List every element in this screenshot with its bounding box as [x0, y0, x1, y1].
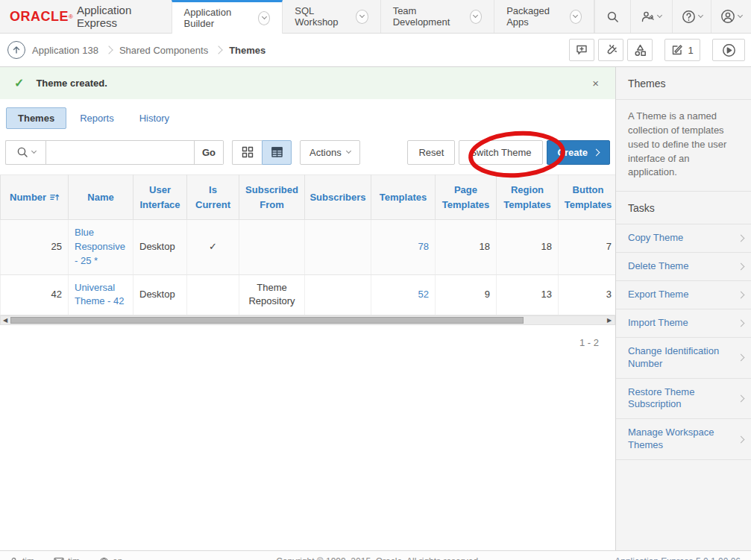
chevron-right-icon — [738, 235, 745, 242]
cell-page-templates: 9 — [436, 274, 497, 315]
breadcrumb-separator — [104, 45, 113, 54]
account-menu-button[interactable] — [711, 0, 751, 33]
theme-link[interactable]: Blue Responsive - 25 * — [75, 227, 125, 266]
chevron-down-icon[interactable] — [470, 10, 482, 24]
flashlight-icon — [605, 44, 618, 57]
actions-menu-button[interactable]: Actions — [300, 140, 360, 165]
chevron-down-icon[interactable] — [356, 10, 368, 24]
arrow-up-icon — [12, 45, 21, 54]
tab-history[interactable]: History — [128, 107, 181, 129]
cell-name: Blue Responsive - 25 * — [69, 220, 133, 275]
edit-page-button[interactable]: 1 — [664, 39, 700, 61]
cell-region-templates: 18 — [497, 220, 559, 275]
theme-link[interactable]: Universal Theme - 42 — [75, 282, 124, 307]
success-message: ✓ Theme created. × — [0, 67, 615, 99]
administration-menu-button[interactable] — [630, 0, 672, 33]
close-icon[interactable]: × — [586, 74, 605, 92]
search-column-selector[interactable] — [5, 140, 45, 165]
chevron-down-icon — [657, 13, 662, 18]
table-header-row: Number Name User Interface Is Current Su… — [1, 175, 618, 220]
cell-user-interface: Desktop — [133, 220, 187, 275]
chevron-right-icon — [738, 319, 745, 327]
registered-mark: ® — [69, 13, 73, 20]
edit-icon — [671, 44, 683, 56]
breadcrumb-separator — [214, 45, 222, 54]
icon-view-button[interactable] — [232, 140, 262, 165]
footer-language: en — [99, 556, 122, 560]
tab-reports[interactable]: Reports — [68, 107, 126, 129]
cell-subscribed-from — [239, 220, 305, 275]
create-button[interactable]: Create — [547, 140, 610, 165]
themes-report-table: Number Name User Interface Is Current Su… — [0, 174, 618, 315]
column-header-number[interactable]: Number — [1, 175, 69, 220]
shapes-icon — [634, 44, 647, 57]
scroll-right-arrow[interactable]: ▶ — [605, 316, 614, 324]
search-button[interactable] — [594, 0, 630, 33]
task-import-theme[interactable]: Import Theme — [616, 309, 751, 338]
column-header-subscribed-from[interactable]: Subscribed From — [239, 175, 305, 220]
task-manage-workspace-themes[interactable]: Manage Workspace Themes — [616, 419, 751, 460]
table-row: 42 Universal Theme - 42 Desktop Theme Re… — [1, 274, 618, 315]
search-input[interactable] — [45, 140, 195, 165]
scroll-left-arrow[interactable]: ◀ — [1, 316, 10, 324]
cell-number: 42 — [1, 274, 69, 315]
footer-workspace: tim — [54, 556, 80, 560]
chevron-down-icon[interactable] — [258, 11, 270, 25]
tab-application-builder[interactable]: Application Builder — [172, 0, 283, 34]
help-menu-button[interactable] — [672, 0, 711, 33]
chevron-down-icon — [346, 148, 351, 154]
task-copy-theme[interactable]: Copy Theme — [616, 224, 751, 253]
breadcrumb-bar: Application 138 Shared Components Themes… — [0, 34, 751, 67]
edit-page-number: 1 — [688, 45, 693, 56]
chevron-down-icon — [738, 13, 743, 18]
column-header-page-templates[interactable]: Page Templates — [436, 175, 497, 220]
footer-user: tim — [9, 556, 34, 560]
shortcuts-button[interactable] — [627, 39, 653, 61]
task-export-theme[interactable]: Export Theme — [616, 281, 751, 309]
column-header-name[interactable]: Name — [69, 175, 133, 220]
tab-packaged-apps[interactable]: Packaged Apps — [494, 0, 594, 33]
oracle-brand: ORACLE — [10, 9, 69, 25]
task-restore-theme-subscription[interactable]: Restore Theme Subscription — [616, 379, 751, 420]
feedback-button[interactable] — [569, 39, 594, 61]
breadcrumb-application[interactable]: Application 138 — [32, 45, 98, 56]
spotlight-search-button[interactable] — [598, 39, 623, 61]
task-change-identification-number[interactable]: Change Identification Number — [616, 338, 751, 379]
breadcrumb-shared-components[interactable]: Shared Components — [119, 45, 208, 56]
search-icon — [16, 146, 28, 158]
cell-templates: 78 — [371, 220, 436, 275]
chevron-right-icon — [738, 395, 745, 403]
report-view-button[interactable] — [262, 140, 292, 165]
tab-themes[interactable]: Themes — [6, 107, 66, 129]
column-header-region-templates[interactable]: Region Templates — [497, 175, 559, 220]
tab-sql-workshop[interactable]: SQL Workshop — [283, 0, 380, 33]
templates-link[interactable]: 78 — [418, 241, 429, 252]
task-delete-theme[interactable]: Delete Theme — [616, 253, 751, 281]
scrollbar-thumb[interactable] — [10, 317, 524, 324]
go-button[interactable]: Go — [195, 140, 224, 165]
column-header-templates[interactable]: Templates — [371, 175, 436, 220]
cell-button-templates: 7 — [559, 220, 618, 275]
cell-is-current — [187, 274, 239, 315]
product-name: Application Express — [77, 4, 152, 29]
column-header-subscribers[interactable]: Subscribers — [305, 175, 371, 220]
main-content: ✓ Theme created. × Themes Reports Histor… — [0, 67, 615, 550]
column-header-button-templates[interactable]: Button Templates — [559, 175, 618, 220]
run-application-button[interactable] — [712, 39, 745, 61]
column-header-user-interface[interactable]: User Interface — [133, 175, 187, 220]
horizontal-scrollbar[interactable]: ◀ ▶ — [0, 315, 615, 325]
column-header-is-current[interactable]: Is Current — [187, 175, 239, 220]
reset-button[interactable]: Reset — [407, 140, 455, 165]
tab-team-development[interactable]: Team Development — [381, 0, 494, 33]
table-row: 25 Blue Responsive - 25 * Desktop ✓ 78 1… — [1, 220, 618, 275]
grid-view-icon — [242, 146, 254, 158]
cell-subscribers — [305, 274, 371, 315]
play-icon — [722, 43, 736, 57]
footer-version: Application Express 5.0.1.00.06 — [615, 556, 741, 560]
templates-link[interactable]: 52 — [418, 289, 429, 300]
sidebar-description: A Theme is a named collection of templat… — [616, 100, 751, 192]
help-icon — [682, 10, 696, 24]
switch-theme-button[interactable]: Switch Theme — [459, 140, 542, 165]
up-level-button[interactable] — [7, 41, 25, 59]
chevron-down-icon[interactable] — [570, 10, 582, 24]
